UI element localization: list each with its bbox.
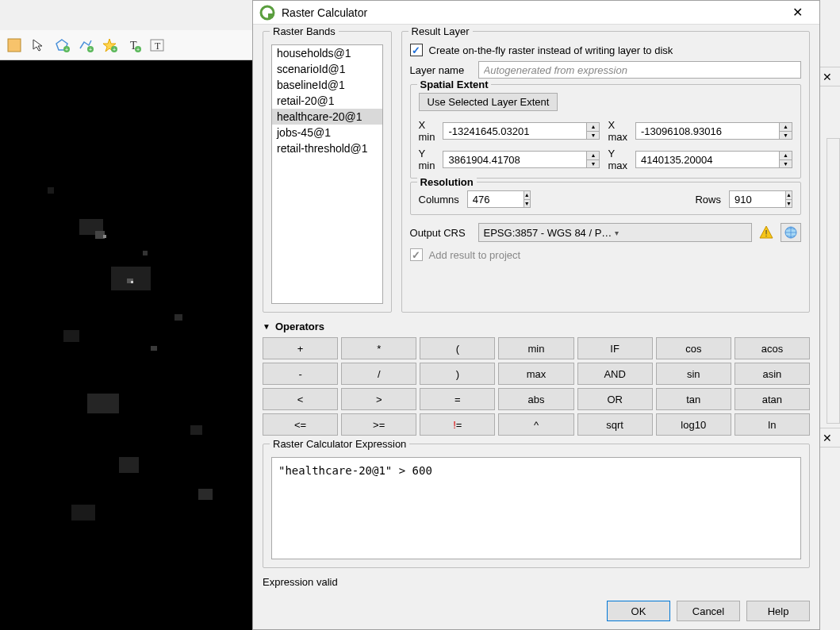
spin-down-icon[interactable]: ▼ <box>587 160 599 168</box>
band-item[interactable]: retail-threshold@1 <box>272 140 382 156</box>
operator-button[interactable]: ( <box>420 337 495 359</box>
output-crs-combo[interactable]: EPSG:3857 - WGS 84 / Pseudo-Mer ▾ <box>478 223 752 242</box>
expression-input[interactable] <box>271 457 801 559</box>
crs-picker-button[interactable] <box>781 223 801 242</box>
operator-button[interactable]: - <box>263 363 338 385</box>
output-crs-label: Output CRS <box>410 227 472 239</box>
operator-button[interactable]: AND <box>577 363 653 385</box>
operator-button[interactable]: >= <box>341 413 416 436</box>
operator-button[interactable]: IF <box>577 337 653 359</box>
operator-button[interactable]: acos <box>735 337 810 359</box>
resolution-group: Resolution Columns ▲▼ Rows ▲▼ <box>410 182 801 215</box>
svg-rect-0 <box>8 39 21 52</box>
operator-button[interactable]: sin <box>656 363 731 385</box>
operator-button[interactable]: / <box>341 363 416 385</box>
operator-button[interactable]: tan <box>656 388 731 410</box>
band-item[interactable]: baselineId@1 <box>272 77 382 93</box>
polygon-tool-icon[interactable]: + <box>51 34 73 56</box>
text-box-tool-icon[interactable]: T <box>146 34 168 56</box>
operator-button[interactable]: sqrt <box>577 413 653 436</box>
spin-up-icon[interactable]: ▲ <box>786 191 792 200</box>
ymax-input[interactable]: ▲▼ <box>635 151 792 168</box>
raster-bands-group: Raster Bands households@1scenarioId@1bas… <box>263 31 392 313</box>
spin-up-icon[interactable]: ▲ <box>780 123 792 132</box>
svg-text:+: + <box>89 47 92 52</box>
operator-button[interactable]: asin <box>735 363 810 385</box>
operator-button[interactable]: abs <box>498 388 573 410</box>
spatial-extent-legend: Spatial Extent <box>417 79 492 90</box>
create-on-fly-checkbox[interactable] <box>410 44 423 56</box>
star-tool-icon[interactable]: + <box>98 34 121 56</box>
ymin-label: Y min <box>419 148 435 171</box>
line-tool-icon[interactable]: + <box>75 34 97 56</box>
operator-button[interactable]: > <box>341 388 416 410</box>
globe-icon <box>784 225 798 240</box>
raster-calculator-dialog: Raster Calculator ✕ Raster Bands househo… <box>252 0 820 630</box>
cancel-button[interactable]: Cancel <box>677 601 740 621</box>
operator-button[interactable]: OR <box>577 388 653 410</box>
operator-button[interactable]: < <box>263 388 338 410</box>
operator-button[interactable]: <= <box>263 413 338 436</box>
spin-up-icon[interactable]: ▲ <box>780 152 792 160</box>
operator-button[interactable]: cos <box>656 337 731 359</box>
expression-status: Expression valid <box>263 576 810 588</box>
operator-button[interactable]: max <box>498 363 573 385</box>
layer-name-label: Layer name <box>410 64 472 76</box>
svg-text:+: + <box>65 47 68 52</box>
spin-down-icon[interactable]: ▼ <box>524 200 530 208</box>
layer-name-input[interactable] <box>478 61 801 79</box>
select-tool-icon[interactable] <box>27 34 49 56</box>
band-item[interactable]: healthcare-20@1 <box>272 109 382 125</box>
operators-toggle[interactable]: ▼ Operators <box>263 321 810 332</box>
svg-text:T: T <box>155 40 161 52</box>
map-canvas[interactable] <box>0 60 252 630</box>
spin-up-icon[interactable]: ▲ <box>587 152 599 160</box>
xmin-label: X min <box>419 119 435 143</box>
band-item[interactable]: jobs-45@1 <box>272 125 382 140</box>
operator-button[interactable]: = <box>420 388 495 410</box>
spin-up-icon[interactable]: ▲ <box>524 191 530 200</box>
ymin-input[interactable]: ▲▼ <box>443 151 600 168</box>
use-selected-extent-button[interactable]: Use Selected Layer Extent <box>419 93 558 111</box>
operator-button[interactable]: atan <box>735 388 810 410</box>
operator-button[interactable]: * <box>341 337 416 359</box>
help-button[interactable]: Help <box>746 601 810 621</box>
tool-gradient-icon[interactable] <box>3 34 25 56</box>
dialog-button-row: OK Cancel Help <box>253 594 819 629</box>
operator-button[interactable]: min <box>498 337 573 359</box>
operator-button[interactable]: + <box>263 337 338 359</box>
rows-input[interactable]: ▲▼ <box>729 190 792 208</box>
operators-grid: +*(minIFcosacos-/)maxANDsinasin<>=absORt… <box>263 337 810 436</box>
operators-legend: Operators <box>275 321 324 332</box>
band-item[interactable]: retail-20@1 <box>272 93 382 109</box>
toolbar: + + + T+ T <box>0 30 252 60</box>
operator-button[interactable]: ln <box>735 413 810 436</box>
ok-button[interactable]: OK <box>607 601 670 621</box>
text-tool-icon[interactable]: T+ <box>122 34 144 56</box>
xmin-input[interactable]: ▲▼ <box>443 122 600 140</box>
columns-input[interactable]: ▲▼ <box>467 190 531 208</box>
output-crs-value: EPSG:3857 - WGS 84 / Pseudo-Mer <box>484 227 616 239</box>
spin-up-icon[interactable]: ▲ <box>587 123 599 132</box>
warning-icon: ! <box>758 225 774 240</box>
spatial-extent-group: Spatial Extent Use Selected Layer Extent… <box>410 84 801 179</box>
close-button[interactable]: ✕ <box>781 2 813 24</box>
operator-button[interactable]: != <box>420 413 495 436</box>
raster-bands-list[interactable]: households@1scenarioId@1baselineId@1reta… <box>271 44 383 304</box>
operator-button[interactable]: ^ <box>498 413 573 436</box>
create-on-fly-label: Create on-the-fly raster instead of writ… <box>429 44 673 56</box>
spin-down-icon[interactable]: ▼ <box>780 132 792 140</box>
columns-label: Columns <box>419 194 459 206</box>
panel-scrollbar[interactable] <box>827 138 840 424</box>
operator-button[interactable]: ) <box>420 363 495 385</box>
operator-button[interactable]: log10 <box>656 413 731 436</box>
dialog-title: Raster Calculator <box>282 6 781 19</box>
spin-down-icon[interactable]: ▼ <box>780 160 792 168</box>
xmax-input[interactable]: ▲▼ <box>635 122 792 140</box>
band-item[interactable]: households@1 <box>272 45 382 61</box>
band-item[interactable]: scenarioId@1 <box>272 61 382 77</box>
svg-text:+: + <box>136 47 140 52</box>
spin-down-icon[interactable]: ▼ <box>587 132 599 140</box>
raster-bands-legend: Raster Bands <box>270 25 339 37</box>
spin-down-icon[interactable]: ▼ <box>786 200 792 208</box>
